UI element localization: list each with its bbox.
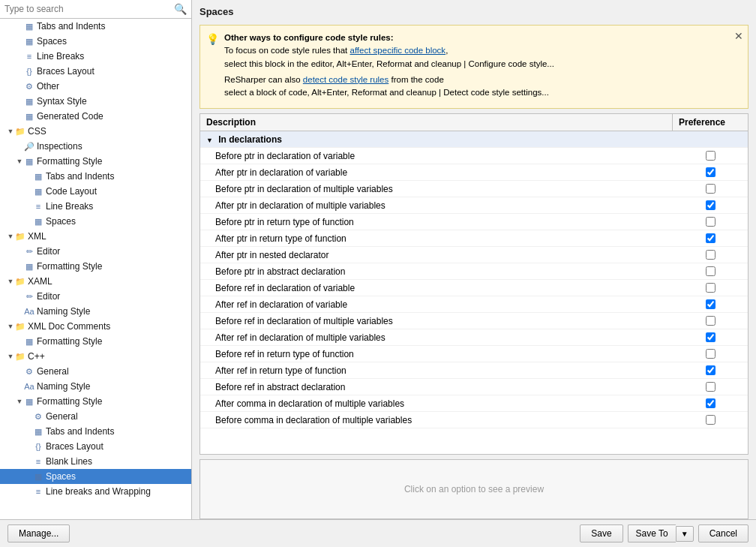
sidebar-item-css[interactable]: ▼📁CSS: [0, 124, 191, 139]
sidebar-item-label: Formatting Style: [37, 156, 102, 167]
save-button[interactable]: Save: [580, 524, 622, 542]
row-preference[interactable]: [673, 298, 748, 311]
sidebar-item-inspections[interactable]: 🔎Inspections: [0, 139, 191, 154]
sidebar-item-generated-code[interactable]: ▦Generated Code: [0, 109, 191, 124]
sidebar-item-line-breaks-cpp[interactable]: ≡Line breaks and Wrapping: [0, 484, 191, 499]
sidebar-item-xml-doc[interactable]: ▼📁XML Doc Comments: [0, 319, 191, 334]
row-preference[interactable]: [673, 331, 748, 344]
row-preference[interactable]: [673, 413, 748, 426]
row-description: After ref in return type of function: [200, 364, 673, 377]
sidebar-item-code-layout-css[interactable]: ▦Code Layout: [0, 184, 191, 199]
table-row: After ref in declaration of multiple var…: [200, 329, 748, 346]
sidebar-item-line-breaks-top[interactable]: ≡Line Breaks: [0, 49, 191, 64]
sidebar-item-label: Line Breaks: [46, 201, 93, 212]
row-checkbox[interactable]: [706, 250, 716, 260]
row-checkbox[interactable]: [706, 398, 716, 408]
sidebar-item-tabs-indents-cpp[interactable]: ▦Tabs and Indents: [0, 424, 191, 439]
sidebar-item-editor-xaml[interactable]: ✏Editor: [0, 289, 191, 304]
save-to-dropdown-button[interactable]: ▼: [676, 526, 694, 542]
row-preference[interactable]: [673, 182, 748, 195]
row-preference[interactable]: [673, 166, 748, 179]
sidebar-item-label: Formatting Style: [37, 261, 102, 272]
row-preference[interactable]: [673, 380, 748, 393]
sidebar-item-cpp[interactable]: ▼📁C++: [0, 349, 191, 364]
save-to-button[interactable]: Save To: [628, 524, 676, 542]
row-checkbox[interactable]: [706, 365, 716, 375]
row-checkbox[interactable]: [706, 316, 716, 326]
info-line1: Other ways to configure code style rules…: [224, 32, 727, 71]
row-preference[interactable]: [673, 347, 748, 360]
sidebar-item-spaces-cpp[interactable]: ▦Spaces: [0, 469, 191, 484]
grid-icon: ▦: [24, 396, 34, 407]
row-preference[interactable]: [673, 281, 748, 294]
sidebar-item-xaml[interactable]: ▼📁XAML: [0, 274, 191, 289]
row-preference[interactable]: [673, 199, 748, 212]
sidebar-item-formatting-style-css[interactable]: ▼▦Formatting Style: [0, 154, 191, 169]
search-box: 🔍: [0, 0, 191, 19]
row-preference[interactable]: [673, 232, 748, 245]
sidebar-item-label: C++: [28, 351, 45, 362]
cancel-button[interactable]: Cancel: [698, 524, 748, 542]
row-preference[interactable]: [673, 248, 748, 261]
row-checkbox[interactable]: [706, 184, 716, 194]
sidebar-item-label: Formatting Style: [37, 336, 102, 347]
sidebar-item-formatting-style-xml[interactable]: ▦Formatting Style: [0, 259, 191, 274]
sidebar-item-syntax-style[interactable]: ▦Syntax Style: [0, 94, 191, 109]
sidebar-item-naming-style-cpp[interactable]: AaNaming Style: [0, 379, 191, 394]
preview-text: Click on an option to see a preview: [404, 484, 544, 494]
sidebar-item-spaces-top[interactable]: ▦Spaces: [0, 34, 191, 49]
row-description: Before ref in declaration of variable: [200, 281, 673, 295]
row-preference[interactable]: [673, 149, 748, 162]
sidebar-item-xml[interactable]: ▼📁XML: [0, 229, 191, 244]
row-preference[interactable]: [673, 364, 748, 377]
sidebar-item-general-fs-cpp[interactable]: ⚙General: [0, 409, 191, 424]
row-checkbox[interactable]: [706, 415, 716, 425]
sidebar-item-naming-style-xaml[interactable]: AaNaming Style: [0, 304, 191, 319]
tree-arrow: ▼: [6, 233, 15, 240]
row-checkbox[interactable]: [706, 299, 716, 309]
detect-rules-link[interactable]: detect code style rules: [303, 75, 388, 84]
group-preference: [673, 138, 748, 141]
sidebar-item-blank-lines-cpp[interactable]: ≡Blank Lines: [0, 454, 191, 469]
row-checkbox[interactable]: [706, 167, 716, 177]
table-row: After ptr in declaration of multiple var…: [200, 197, 748, 214]
sidebar-item-formatting-style-cpp[interactable]: ▼▦Formatting Style: [0, 394, 191, 409]
row-preference[interactable]: [673, 314, 748, 327]
search-input[interactable]: [4, 4, 174, 14]
row-checkbox[interactable]: [706, 283, 716, 293]
sidebar-item-braces-layout-top[interactable]: {}Braces Layout: [0, 64, 191, 79]
sidebar-item-tabs-indents-top[interactable]: ▦Tabs and Indents: [0, 19, 191, 34]
row-checkbox[interactable]: [706, 349, 716, 359]
row-checkbox[interactable]: [706, 151, 716, 161]
row-checkbox[interactable]: [706, 200, 716, 210]
row-description: Before comma in declaration of multiple …: [200, 413, 673, 427]
row-preference[interactable]: [673, 215, 748, 228]
sidebar-item-label: Line Breaks: [37, 51, 84, 62]
col-description: Description: [200, 114, 673, 131]
code-block-link[interactable]: affect specific code block: [350, 46, 446, 55]
manage-button[interactable]: Manage...: [8, 524, 70, 542]
sidebar-item-editor-xml[interactable]: ✏Editor: [0, 244, 191, 259]
row-preference[interactable]: [673, 397, 748, 410]
grid-icon: ▦: [33, 171, 44, 182]
row-checkbox[interactable]: [706, 217, 716, 227]
sidebar-item-spaces-css[interactable]: ▦Spaces: [0, 214, 191, 229]
sidebar-item-tabs-indents-css[interactable]: ▦Tabs and Indents: [0, 169, 191, 184]
close-info-button[interactable]: ✕: [734, 29, 743, 44]
sidebar-item-label: Other: [37, 81, 59, 92]
row-checkbox[interactable]: [706, 266, 716, 276]
sidebar-item-general-cpp[interactable]: ⚙General: [0, 364, 191, 379]
sidebar-item-formatting-style-xmldoc[interactable]: ▦Formatting Style: [0, 334, 191, 349]
row-checkbox[interactable]: [706, 233, 716, 243]
table-row: Before ref in declaration of variable: [200, 280, 748, 296]
sidebar-item-braces-layout-cpp[interactable]: {}Braces Layout: [0, 439, 191, 454]
row-preference[interactable]: [673, 265, 748, 278]
sidebar-item-label: General: [37, 366, 69, 377]
row-checkbox[interactable]: [706, 382, 716, 392]
row-checkbox[interactable]: [706, 332, 716, 342]
sidebar-item-label: Naming Style: [37, 381, 90, 392]
table-row: After ptr in nested declarator: [200, 247, 748, 263]
tree-arrow: ▼: [6, 128, 15, 135]
sidebar-item-other-top[interactable]: ⚙Other: [0, 79, 191, 94]
sidebar-item-line-breaks-css[interactable]: ≡Line Breaks: [0, 199, 191, 214]
